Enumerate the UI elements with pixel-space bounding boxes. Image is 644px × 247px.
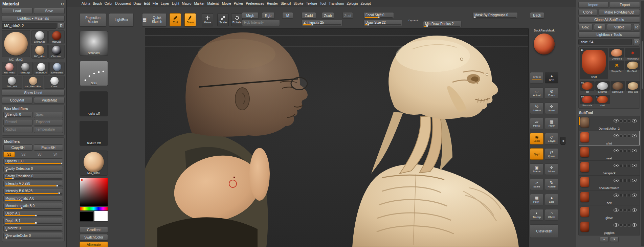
tool-thumbnail[interactable]: 11 shirt bbox=[595, 95, 610, 107]
clone-button[interactable]: Clone bbox=[578, 9, 597, 15]
quick-sketch-button[interactable]: ▦Quick Sketch bbox=[142, 13, 166, 26]
tool-thumbnail[interactable]: S SimpleBru bbox=[609, 61, 624, 72]
zcut-button[interactable]: Zcut bbox=[342, 12, 353, 19]
subtool-polypaint-toggle-icon[interactable] bbox=[620, 134, 623, 137]
draw-button[interactable]: Draw bbox=[184, 13, 196, 26]
menu-item[interactable]: Macro bbox=[181, 1, 193, 6]
subtool-eye-icon[interactable] bbox=[632, 208, 637, 212]
shelf-button[interactable]: ▱ Persp bbox=[530, 118, 543, 129]
menu-item[interactable]: Stroke bbox=[292, 1, 305, 6]
tool-thumbnail[interactable]: RexSkull_ bbox=[625, 61, 640, 72]
material-thumbnail[interactable]: MatCap bbox=[48, 30, 65, 44]
palette-cycle-icon[interactable]: ↻ bbox=[61, 2, 64, 6]
mask-by-polygroups-slider[interactable]: Mask By Polygroups 0 bbox=[472, 12, 518, 19]
subtool-polypaint-toggle-icon[interactable] bbox=[620, 119, 623, 122]
modifier-slider[interactable]: OverwriteColor 0 bbox=[3, 233, 63, 239]
export-button[interactable]: Export bbox=[610, 2, 640, 8]
shelf-button[interactable]: SPix 3 bbox=[530, 72, 543, 84]
zadd-button[interactable]: Zadd bbox=[302, 12, 316, 19]
subtool-toggle-icon[interactable] bbox=[628, 179, 631, 182]
tool-thumbnail[interactable]: 89 Sternocle bbox=[580, 95, 595, 107]
mrgb-button[interactable]: Mrgb bbox=[242, 12, 259, 19]
rgb-button[interactable]: Rgb bbox=[262, 12, 274, 19]
lightbox-materials-button[interactable]: Lightbox ▸ Materials bbox=[2, 15, 65, 21]
hue-bar[interactable] bbox=[80, 207, 108, 211]
subtool-toggle-icon[interactable] bbox=[628, 224, 631, 227]
tool-thumbnail[interactable]: External bbox=[595, 81, 610, 93]
menu-item[interactable]: Tool bbox=[318, 1, 327, 6]
subtool-thumbnail[interactable] bbox=[580, 207, 589, 217]
subtool-visibility-eye-icon[interactable] bbox=[614, 134, 619, 137]
subtool-row[interactable]: belt bbox=[579, 190, 640, 205]
z-intensity-slider[interactable]: Z Intensity 25 bbox=[302, 20, 342, 26]
subtool-toggle-icon[interactable] bbox=[628, 164, 631, 167]
subtool-visibility-eye-icon[interactable] bbox=[614, 119, 619, 122]
modifier-slider[interactable]: Cavity Transition 0 bbox=[3, 173, 63, 180]
shelf-button[interactable]: ● BPR bbox=[545, 72, 558, 84]
tool-restore-button[interactable]: R bbox=[633, 39, 640, 45]
material-thumbnail[interactable]: Color bbox=[44, 76, 65, 89]
material-thumbnail[interactable]: mc_Skin1Flat bbox=[23, 76, 44, 89]
wax-slider[interactable]: Temperature bbox=[34, 127, 63, 133]
menu-item[interactable]: Stencil bbox=[279, 1, 292, 6]
menu-item[interactable]: Layer bbox=[159, 1, 171, 6]
current-material-thumbnail[interactable]: MC_skin2 bbox=[80, 151, 108, 176]
subtool-thumbnail[interactable] bbox=[580, 177, 589, 187]
material-thumbnail[interactable]: SkinShad bbox=[31, 30, 48, 44]
material-thumbnail[interactable]: DW_WA bbox=[2, 76, 22, 89]
wax-slider[interactable]: Radius bbox=[3, 127, 32, 133]
menu-item[interactable]: Picker bbox=[232, 1, 245, 6]
menu-item[interactable]: Movie bbox=[221, 1, 232, 6]
subtool-visibility-eye-icon[interactable] bbox=[614, 149, 619, 152]
sculpt-scene[interactable] bbox=[145, 29, 529, 247]
menu-item[interactable]: Render bbox=[266, 1, 280, 6]
modifier-slider[interactable]: Monochromatic B 0 bbox=[3, 203, 63, 209]
tool-panel-scrollbar[interactable] bbox=[641, 1, 644, 246]
shelf-button[interactable]: ½ AAHalf bbox=[530, 103, 543, 114]
tool-thumbnail[interactable]: ✶ PolyMesh3 bbox=[625, 48, 640, 60]
shelf-button[interactable]: ⊙ Zoom bbox=[545, 87, 558, 99]
subtool-toggle-icon[interactable] bbox=[624, 149, 627, 152]
rotate-button[interactable]: Rotate bbox=[231, 13, 243, 26]
menu-item[interactable]: Light bbox=[171, 1, 181, 6]
subtool-eye-icon[interactable] bbox=[632, 223, 637, 227]
subtool-row[interactable]: vest bbox=[579, 146, 640, 161]
subtool-row[interactable]: shirt bbox=[579, 131, 640, 146]
projection-master-button[interactable]: Projection Master bbox=[80, 13, 106, 26]
lightbox-tools-button[interactable]: Lightbox ▸ Tools bbox=[578, 31, 640, 38]
draw-size-slider[interactable]: Draw Size 22 bbox=[363, 20, 402, 26]
menu-item[interactable]: File bbox=[151, 1, 159, 6]
model-anatomy-figure[interactable] bbox=[352, 36, 519, 247]
subtool-toggle-icon[interactable] bbox=[628, 119, 631, 122]
modifier-slider[interactable]: Intensity B 0.9628 bbox=[3, 188, 63, 195]
subtool-thumbnail[interactable] bbox=[580, 222, 589, 232]
color-saturation-picker[interactable] bbox=[80, 178, 108, 206]
copysh-button[interactable]: CopySH bbox=[3, 144, 32, 151]
model-demosoldier[interactable] bbox=[145, 32, 308, 247]
menu-item[interactable]: Draw bbox=[132, 1, 142, 6]
tool-thumbnail[interactable]: 89 bat bbox=[580, 81, 595, 93]
subtool-toggle-icon[interactable] bbox=[624, 224, 627, 227]
subtool-toggle-icon[interactable] bbox=[628, 209, 631, 212]
back-button[interactable]: Back bbox=[530, 12, 544, 18]
shelf-button[interactable]: ↗ Scale bbox=[530, 179, 543, 190]
modifiers-header[interactable]: Modifiers bbox=[3, 139, 63, 144]
subtool-row[interactable]: goggles bbox=[579, 220, 640, 235]
scrollbar-thumb[interactable] bbox=[642, 41, 643, 89]
material-thumbnail[interactable]: DWBlueS bbox=[49, 62, 65, 75]
shelf-button[interactable]: ◇ L.Sym bbox=[545, 133, 558, 144]
current-stroke-thumbnail[interactable]: Dots bbox=[80, 61, 108, 86]
shelf-button[interactable]: ↻ Rotate bbox=[545, 179, 558, 190]
scale-button[interactable]: Scale bbox=[217, 13, 229, 26]
goz-all-button[interactable]: All bbox=[594, 24, 605, 30]
modifier-slider[interactable]: Intensity A 0.928 bbox=[3, 181, 63, 187]
material-thumbnail[interactable]: Chrome. bbox=[48, 45, 65, 59]
current-material-name[interactable]: MC_skin2. 2 bbox=[2, 23, 57, 29]
subtool-toggle-icon[interactable] bbox=[628, 149, 631, 152]
panel-collapse-arrow-icon[interactable]: ◀ bbox=[560, 137, 565, 145]
pastemat-button[interactable]: PasteMat bbox=[34, 97, 65, 103]
subtool-eye-icon[interactable] bbox=[632, 194, 637, 197]
zsub-button[interactable]: Zsub bbox=[322, 12, 334, 19]
make-polymesh3d-button[interactable]: Make PolyMesh3D bbox=[599, 9, 640, 15]
modifier-slider[interactable]: Depth B 1 bbox=[3, 218, 63, 224]
